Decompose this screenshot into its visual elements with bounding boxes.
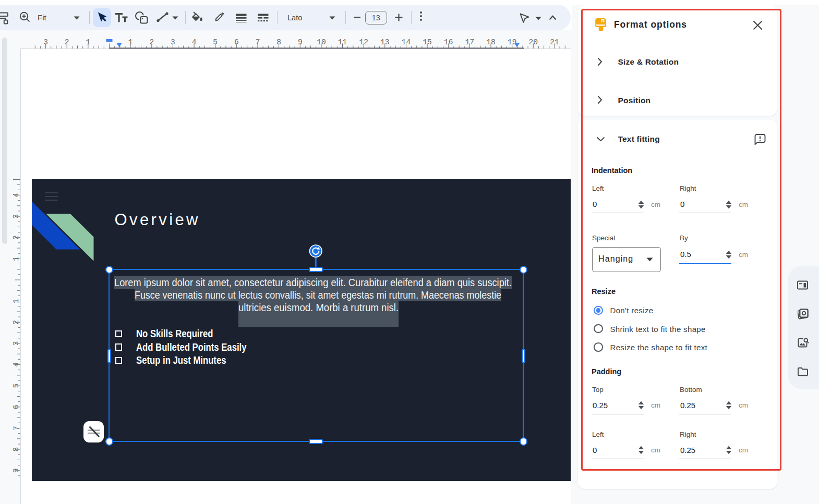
svg-text:1: 1 bbox=[86, 38, 91, 46]
svg-text:2: 2 bbox=[13, 235, 21, 240]
svg-text:1: 1 bbox=[128, 38, 133, 46]
svg-text:5: 5 bbox=[213, 38, 218, 46]
svg-text:15: 15 bbox=[423, 38, 431, 46]
svg-text:3: 3 bbox=[43, 38, 48, 46]
svg-text:17: 17 bbox=[465, 38, 474, 46]
svg-text:19: 19 bbox=[508, 38, 516, 46]
svg-text:8: 8 bbox=[276, 38, 281, 46]
svg-text:4: 4 bbox=[192, 38, 197, 46]
svg-text:3: 3 bbox=[13, 214, 21, 219]
svg-text:16: 16 bbox=[444, 38, 453, 46]
svg-text:1: 1 bbox=[13, 299, 21, 303]
svg-text:3: 3 bbox=[171, 38, 175, 46]
svg-text:8: 8 bbox=[13, 447, 21, 452]
svg-text:13: 13 bbox=[380, 38, 389, 46]
svg-text:9: 9 bbox=[298, 38, 303, 46]
svg-text:6: 6 bbox=[13, 404, 21, 409]
svg-text:20: 20 bbox=[529, 38, 538, 46]
svg-text:4: 4 bbox=[13, 193, 21, 198]
svg-text:2: 2 bbox=[149, 38, 154, 46]
svg-text:11: 11 bbox=[338, 38, 347, 46]
svg-text:7: 7 bbox=[13, 426, 21, 431]
svg-text:18: 18 bbox=[486, 38, 495, 46]
svg-text:1: 1 bbox=[13, 256, 21, 261]
svg-text:2: 2 bbox=[13, 320, 21, 325]
svg-text:2: 2 bbox=[65, 38, 69, 46]
svg-text:21: 21 bbox=[550, 38, 559, 46]
svg-text:9: 9 bbox=[13, 468, 21, 473]
svg-text:3: 3 bbox=[13, 341, 21, 346]
svg-text:6: 6 bbox=[234, 38, 239, 46]
svg-text:7: 7 bbox=[256, 38, 260, 46]
svg-text:14: 14 bbox=[402, 38, 411, 46]
svg-text:5: 5 bbox=[13, 384, 21, 388]
svg-text:12: 12 bbox=[359, 38, 368, 46]
svg-text:4: 4 bbox=[13, 362, 21, 367]
svg-text:10: 10 bbox=[317, 38, 326, 46]
